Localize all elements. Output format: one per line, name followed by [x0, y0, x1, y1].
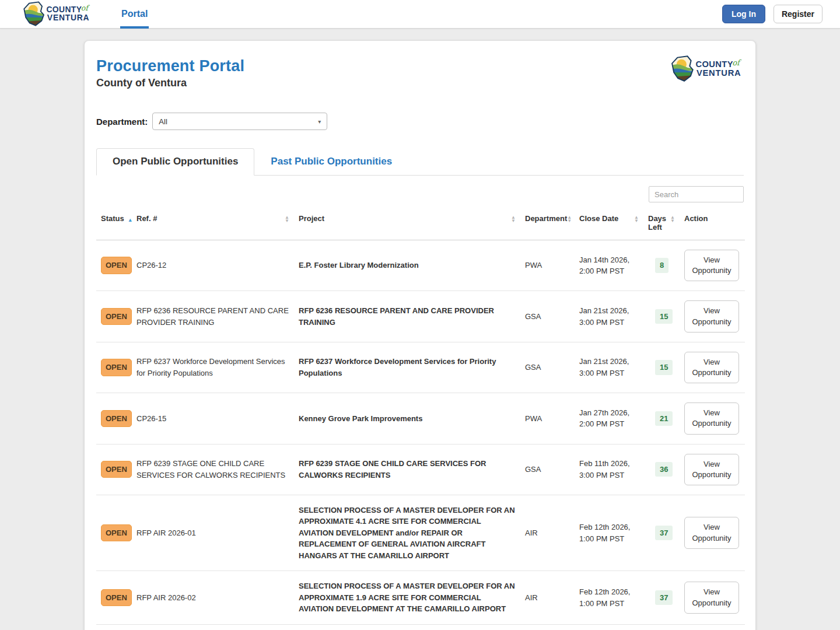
column-header-label: Close Date — [579, 214, 618, 223]
status-badge: OPEN — [101, 589, 132, 607]
days-left-badge: 8 — [655, 258, 668, 273]
column-header-department[interactable]: Department ▲▼ — [520, 208, 575, 240]
department-selected-value: All — [159, 117, 167, 126]
column-header-status[interactable]: Status ▲ — [96, 208, 132, 240]
status-cell: OPEN — [96, 444, 132, 495]
opportunities-table: Status ▲ Ref. # ▲▼ Project ▲▼ — [96, 208, 745, 625]
close-date: Jan 21st 2026, 3:00 PM PST — [575, 342, 643, 393]
project-name: RFP 6237 Workforce Development Services … — [294, 342, 520, 393]
action-cell: View Opportunity — [680, 291, 745, 342]
svg-text:of: of — [732, 58, 742, 67]
ref-number: RFP AIR 2026-02 — [132, 571, 294, 625]
table-row: OPENRFP AIR 2026-01SELECTION PROCESS OF … — [96, 495, 745, 571]
action-cell: View Opportunity — [680, 342, 745, 393]
table-row: OPENRFP 6236 RESOURCE PARENT AND CARE PR… — [96, 291, 745, 342]
department-value: GSA — [520, 291, 575, 342]
days-left-cell: 8 — [643, 240, 680, 291]
status-badge: OPEN — [101, 524, 132, 542]
sort-icon: ▲▼ — [511, 216, 516, 223]
days-left-badge: 37 — [655, 526, 673, 541]
county-ventura-logo: COUNTY of VENTURA — [670, 55, 743, 85]
column-header-label: Department — [525, 214, 567, 223]
department-value: AIR — [520, 495, 575, 571]
sort-icon: ▲▼ — [670, 216, 675, 223]
tab-open-public-opportunities[interactable]: Open Public Opportunities — [96, 148, 254, 176]
status-badge: OPEN — [101, 257, 132, 274]
view-opportunity-button[interactable]: View Opportunity — [684, 402, 739, 434]
status-cell: OPEN — [96, 495, 132, 571]
action-cell: View Opportunity — [680, 444, 745, 495]
close-date: Feb 12th 2026, 1:00 PM PST — [575, 495, 643, 571]
table-row: OPENCP26-15Kenney Grove Park Improvement… — [96, 393, 745, 444]
chevron-down-icon: ▾ — [318, 118, 321, 125]
table-row: OPENRFP 6237 Workforce Development Servi… — [96, 342, 745, 393]
register-button[interactable]: Register — [774, 5, 822, 23]
table-header-row: Status ▲ Ref. # ▲▼ Project ▲▼ — [96, 208, 745, 240]
ref-number: CP26-12 — [132, 240, 294, 291]
department-value: GSA — [520, 342, 575, 393]
sort-ascending-icon: ▲ — [128, 217, 133, 223]
column-header-label: Status — [101, 214, 124, 223]
view-opportunity-button[interactable]: View Opportunity — [684, 300, 739, 332]
svg-text:of: of — [81, 4, 90, 12]
top-navbar: COUNTY of VENTURA Portal Log In Register — [0, 0, 840, 29]
action-cell: View Opportunity — [680, 571, 745, 625]
ref-number: CP26-15 — [132, 393, 294, 444]
procurement-portal-card: Procurement Portal County of Ventura COU… — [84, 40, 756, 630]
column-header-ref[interactable]: Ref. # ▲▼ — [132, 208, 294, 240]
days-left-badge: 36 — [655, 462, 673, 477]
department-value: PWA — [520, 240, 575, 291]
view-opportunity-button[interactable]: View Opportunity — [684, 582, 739, 613]
days-left-badge: 21 — [655, 411, 673, 426]
county-ventura-logo[interactable]: COUNTY of VENTURA — [22, 1, 91, 27]
status-badge: OPEN — [101, 461, 132, 478]
project-name: E.P. Foster Library Modernization — [294, 240, 520, 291]
status-cell: OPEN — [96, 291, 132, 342]
column-header-label: Ref. # — [136, 214, 157, 223]
view-opportunity-button[interactable]: View Opportunity — [684, 250, 739, 281]
close-date: Feb 11th 2026, 3:00 PM PST — [575, 444, 643, 495]
days-left-badge: 15 — [655, 360, 673, 375]
status-cell: OPEN — [96, 571, 132, 625]
column-header-project[interactable]: Project ▲▼ — [294, 208, 520, 240]
nav-tab-portal[interactable]: Portal — [121, 0, 148, 29]
login-button[interactable]: Log In — [722, 5, 765, 23]
table-row: OPENRFP AIR 2026-02SELECTION PROCESS OF … — [96, 571, 745, 625]
table-body: OPENCP26-12E.P. Foster Library Moderniza… — [96, 240, 745, 625]
sort-icon: ▲▼ — [567, 216, 572, 223]
column-header-close-date[interactable]: Close Date ▲▼ — [575, 208, 643, 240]
svg-text:VENTURA: VENTURA — [47, 13, 89, 22]
tab-past-public-opportunities[interactable]: Past Public Opportunities — [254, 148, 408, 176]
action-cell: View Opportunity — [680, 240, 745, 291]
county-ventura-logo-image: COUNTY of VENTURA — [670, 55, 743, 83]
days-left-cell: 37 — [643, 571, 680, 625]
ref-number: RFP 6239 STAGE ONE CHILD CARE SERVICES F… — [132, 444, 294, 495]
close-date: Jan 27th 2026, 2:00 PM PST — [575, 393, 643, 444]
close-date: Jan 14th 2026, 2:00 PM PST — [575, 240, 643, 291]
view-opportunity-button[interactable]: View Opportunity — [684, 454, 739, 485]
status-cell: OPEN — [96, 240, 132, 291]
page-subtitle: County of Ventura — [96, 77, 744, 89]
project-name: Kenney Grove Park Improvements — [294, 393, 520, 444]
close-date: Jan 21st 2026, 3:00 PM PST — [575, 291, 643, 342]
close-date: Feb 12th 2026, 1:00 PM PST — [575, 571, 643, 625]
page-title: Procurement Portal — [96, 57, 744, 75]
status-cell: OPEN — [96, 342, 132, 393]
view-opportunity-button[interactable]: View Opportunity — [684, 352, 739, 383]
department-select[interactable]: All ▾ — [152, 113, 327, 130]
department-label: Department: — [96, 117, 148, 127]
svg-text:VENTURA: VENTURA — [696, 68, 741, 78]
search-input[interactable] — [649, 186, 744, 202]
department-filter-row: Department: All ▾ — [96, 113, 744, 130]
status-cell: OPEN — [96, 393, 132, 444]
days-left-cell: 36 — [643, 444, 680, 495]
days-left-cell: 37 — [643, 495, 680, 571]
days-left-badge: 15 — [655, 309, 673, 324]
svg-text:COUNTY: COUNTY — [695, 60, 733, 69]
days-left-badge: 37 — [655, 590, 673, 606]
column-header-label: Action — [684, 214, 708, 223]
column-header-days-left[interactable]: Days Left ▲▼ — [643, 208, 680, 240]
sort-icon: ▲▼ — [285, 216, 289, 223]
view-opportunity-button[interactable]: View Opportunity — [684, 517, 739, 548]
status-badge: OPEN — [101, 308, 132, 326]
